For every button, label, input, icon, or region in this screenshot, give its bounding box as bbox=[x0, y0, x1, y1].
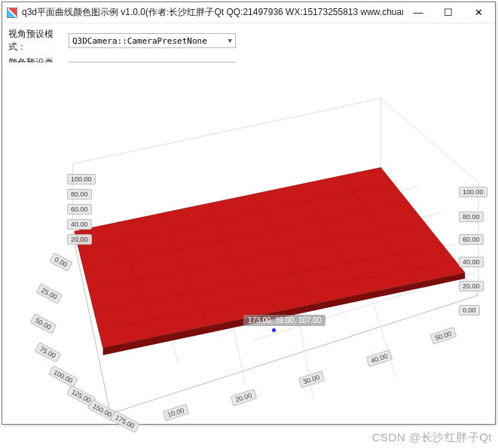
maximize-button[interactable]: ☐ bbox=[433, 3, 463, 23]
z-right-tick: 0.00 bbox=[459, 305, 480, 315]
z-right-tick: 20.00 bbox=[459, 281, 484, 291]
minimize-button[interactable]: — bbox=[403, 3, 433, 23]
camera-preset-value: Q3DCamera::CameraPresetNone bbox=[72, 36, 207, 46]
z-right-tick: 40.00 bbox=[459, 257, 484, 267]
z-left-tick: 60.00 bbox=[67, 204, 92, 215]
camera-preset-combo[interactable]: Q3DCamera::CameraPresetNone ▼ bbox=[69, 33, 236, 48]
z-left-tick: 40.00 bbox=[67, 219, 92, 230]
z-left-tick: 100.00 bbox=[67, 174, 96, 184]
app-window: q3d平面曲线颜色图示例 v1.0.0(作者:长沙红胖子Qt QQ:214979… bbox=[2, 2, 496, 425]
z-right-tick: 100.00 bbox=[459, 187, 487, 197]
titlebar: q3d平面曲线颜色图示例 v1.0.0(作者:长沙红胖子Qt QQ:214979… bbox=[2, 2, 495, 23]
camera-preset-row: 视角预设模式： Q3DCamera::CameraPresetNone ▼ bbox=[8, 28, 489, 53]
watermark: CSDN @长沙红胖子Qt bbox=[372, 431, 492, 445]
surface3d-canvas[interactable]: 173.00, 39.00, 107.00 100.00 80.00 60.00… bbox=[5, 62, 492, 421]
close-button[interactable]: ✕ bbox=[463, 3, 493, 23]
z-left-tick: 20.00 bbox=[67, 234, 92, 245]
window-controls: — ☐ ✕ bbox=[403, 3, 493, 23]
z-right-tick: 60.00 bbox=[459, 234, 484, 245]
chevron-down-icon: ▼ bbox=[228, 37, 232, 44]
z-right-tick: 80.00 bbox=[459, 212, 484, 222]
selected-point-marker bbox=[271, 328, 276, 333]
datapoint-tooltip: 173.00, 39.00, 107.00 bbox=[243, 315, 325, 326]
app-icon bbox=[7, 8, 17, 18]
window-title: q3d平面曲线颜色图示例 v1.0.0(作者:长沙红胖子Qt QQ:214979… bbox=[22, 6, 403, 19]
camera-preset-label: 视角预设模式： bbox=[8, 28, 69, 53]
z-left-tick: 80.00 bbox=[67, 189, 92, 200]
